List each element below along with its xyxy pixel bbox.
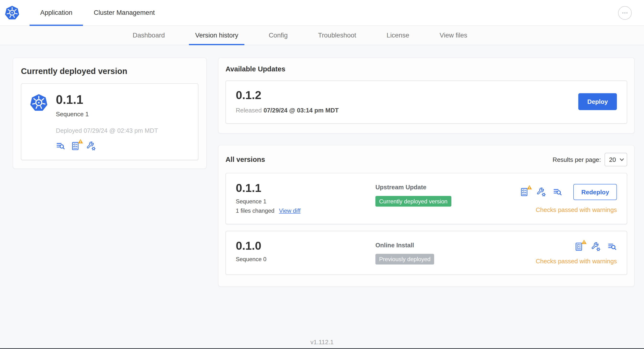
tab-application[interactable]: Application xyxy=(30,0,83,26)
available-updates-panel: Available Updates 0.1.2 Released 07/29/2… xyxy=(218,58,635,134)
header-tabs: Application Cluster Management xyxy=(30,0,166,26)
subnav-tab-troubleshoot-label: Troubleshoot xyxy=(318,32,356,39)
subnav: Dashboard Version history Config Trouble… xyxy=(0,26,644,45)
deploy-button[interactable]: Deploy xyxy=(578,93,617,110)
main-content: Currently deployed version 0.1.1 Sequenc… xyxy=(0,45,644,287)
view-logs-icon[interactable] xyxy=(553,188,562,197)
version-number: 0.1.0 xyxy=(236,240,376,252)
edit-config-icon[interactable] xyxy=(536,188,546,197)
currently-deployed-card: 0.1.1 Sequence 1 Deployed 07/29/24 @ 02:… xyxy=(21,83,198,160)
version-row-info: 0.1.1 Sequence 1 1 files changed View di… xyxy=(236,182,376,214)
more-menu-button[interactable] xyxy=(618,6,632,20)
view-logs-icon[interactable] xyxy=(608,242,617,251)
subnav-tab-version-history-label: Version history xyxy=(195,32,238,39)
files-changed-label: 1 files changed xyxy=(236,208,274,214)
view-logs-icon[interactable] xyxy=(56,141,66,151)
right-column: Available Updates 0.1.2 Released 07/29/2… xyxy=(218,58,635,287)
subnav-tab-license[interactable]: License xyxy=(372,26,424,45)
results-per-page-select[interactable]: 20 xyxy=(604,153,627,166)
subnav-tab-dashboard[interactable]: Dashboard xyxy=(118,26,180,45)
edit-config-icon[interactable] xyxy=(591,242,600,251)
currently-deployed-title: Currently deployed version xyxy=(21,66,198,76)
kubernetes-logo-icon xyxy=(0,0,20,26)
version-row-action-icons: Redeploy xyxy=(520,184,617,200)
current-version-actions xyxy=(56,141,158,151)
version-row-info: 0.1.0 Sequence 0 xyxy=(236,240,376,262)
results-per-page-label: Results per page: xyxy=(552,156,601,163)
source-label: Upstream Update xyxy=(376,184,520,190)
subnav-tab-dashboard-label: Dashboard xyxy=(133,32,165,39)
sequence-label: Sequence 1 xyxy=(236,198,376,204)
results-per-page: Results per page: 20 xyxy=(552,153,627,166)
app-window: Application Cluster Management Dashboard… xyxy=(0,0,644,349)
source-label: Online Install xyxy=(376,242,536,248)
subnav-tab-view-files-label: View files xyxy=(440,32,467,39)
current-version-number: 0.1.1 xyxy=(56,94,158,106)
app-version-footer: v1.112.1 xyxy=(0,338,644,346)
tab-cluster-management-label: Cluster Management xyxy=(94,9,155,16)
subnav-tab-config-label: Config xyxy=(269,32,288,39)
preflight-checks-button[interactable] xyxy=(71,141,81,151)
current-deployed-date: Deployed 07/29/24 @ 02:43 pm MDT xyxy=(56,127,158,134)
view-diff-link[interactable]: View diff xyxy=(279,208,300,214)
preflight-checklist-icon xyxy=(520,188,530,197)
version-row-actions: Redeploy Checks passed with warnings xyxy=(520,182,617,213)
subnav-tab-troubleshoot[interactable]: Troubleshoot xyxy=(303,26,372,45)
released-date: 07/29/24 @ 03:14 pm MDT xyxy=(264,107,339,114)
update-version-number: 0.1.2 xyxy=(236,90,339,101)
currently-deployed-panel: Currently deployed version 0.1.1 Sequenc… xyxy=(13,58,206,169)
checks-status-text: Checks passed with warnings xyxy=(536,206,617,213)
checks-status-text: Checks passed with warnings xyxy=(536,258,617,264)
sequence-label: Sequence 0 xyxy=(236,256,376,262)
subnav-tab-view-files[interactable]: View files xyxy=(424,26,482,45)
subnav-tab-version-history[interactable]: Version history xyxy=(180,26,254,45)
status-badge: Currently deployed version xyxy=(376,196,451,207)
app-header: Application Cluster Management xyxy=(0,0,644,26)
released-label: Released xyxy=(236,107,262,114)
version-row: 0.1.1 Sequence 1 1 files changed View di… xyxy=(226,173,627,224)
tab-application-label: Application xyxy=(40,9,72,16)
all-versions-header: All versions Results per page: 20 xyxy=(226,153,627,166)
update-released-line: Released 07/29/24 @ 03:14 pm MDT xyxy=(236,107,339,114)
version-row-source: Upstream Update Currently deployed versi… xyxy=(376,182,520,207)
status-badge: Previously deployed xyxy=(376,254,434,264)
kubernetes-app-icon xyxy=(30,94,48,151)
available-update-card: 0.1.2 Released 07/29/24 @ 03:14 pm MDT D… xyxy=(226,80,627,124)
version-row-source: Online Install Previously deployed xyxy=(376,240,536,265)
subnav-tab-config[interactable]: Config xyxy=(254,26,303,45)
preflight-checklist-icon xyxy=(574,242,584,251)
version-row-action-icons xyxy=(574,242,617,251)
preflight-checks-button[interactable] xyxy=(520,188,530,197)
tab-cluster-management[interactable]: Cluster Management xyxy=(83,0,166,26)
results-per-page-dropdown[interactable]: 20 xyxy=(604,153,627,166)
current-sequence-label: Sequence 1 xyxy=(56,110,158,118)
version-row-actions: Checks passed with warnings xyxy=(536,240,617,265)
version-row: 0.1.0 Sequence 0 Online Install Previous… xyxy=(226,231,627,275)
available-updates-title: Available Updates xyxy=(226,66,627,74)
available-update-info: 0.1.2 Released 07/29/24 @ 03:14 pm MDT xyxy=(236,90,339,114)
currently-deployed-info: 0.1.1 Sequence 1 Deployed 07/29/24 @ 02:… xyxy=(56,94,158,151)
files-changed-line: 1 files changed View diff xyxy=(236,208,376,214)
redeploy-button[interactable]: Redeploy xyxy=(574,184,617,200)
preflight-checks-button[interactable] xyxy=(574,242,584,251)
preflight-checklist-icon xyxy=(71,141,81,151)
edit-config-icon[interactable] xyxy=(86,141,96,151)
all-versions-title: All versions xyxy=(226,156,265,164)
version-number: 0.1.1 xyxy=(236,182,376,194)
ellipsis-icon xyxy=(621,9,628,16)
subnav-tab-license-label: License xyxy=(387,32,409,39)
all-versions-panel: All versions Results per page: 20 xyxy=(218,145,635,287)
